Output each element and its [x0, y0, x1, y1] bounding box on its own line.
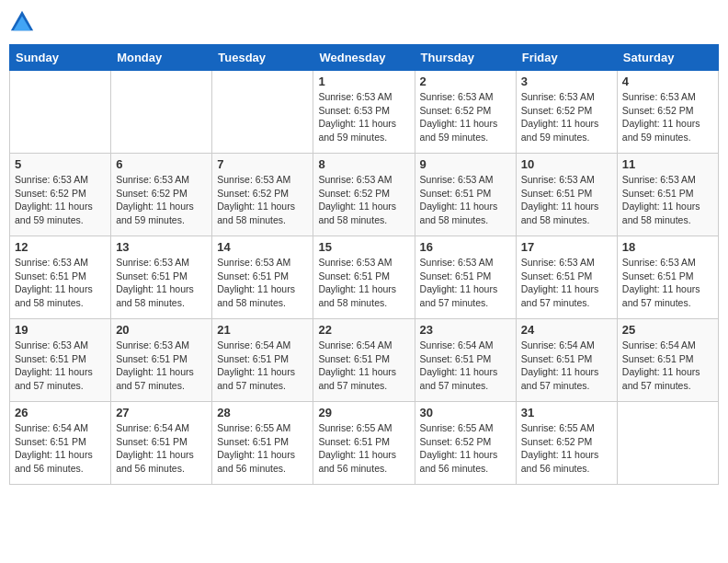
calendar-table: SundayMondayTuesdayWednesdayThursdayFrid…	[9, 44, 719, 485]
day-number: 12	[15, 240, 106, 254]
day-number: 11	[622, 157, 713, 171]
day-info: Sunrise: 6:53 AM Sunset: 6:51 PM Dayligh…	[116, 339, 207, 393]
calendar-cell: 13Sunrise: 6:53 AM Sunset: 6:51 PM Dayli…	[111, 236, 212, 319]
calendar-cell: 9Sunrise: 6:53 AM Sunset: 6:51 PM Daylig…	[415, 154, 516, 236]
day-info: Sunrise: 6:53 AM Sunset: 6:51 PM Dayligh…	[217, 256, 308, 310]
day-number: 9	[420, 157, 511, 171]
day-header-wednesday: Wednesday	[313, 45, 415, 71]
page-header	[9, 9, 719, 35]
calendar-cell: 11Sunrise: 6:53 AM Sunset: 6:51 PM Dayli…	[617, 154, 718, 236]
day-number: 21	[217, 323, 308, 337]
logo-icon	[9, 9, 35, 35]
calendar-cell: 5Sunrise: 6:53 AM Sunset: 6:52 PM Daylig…	[10, 154, 111, 236]
day-info: Sunrise: 6:54 AM Sunset: 6:51 PM Dayligh…	[622, 339, 713, 393]
day-info: Sunrise: 6:53 AM Sunset: 6:51 PM Dayligh…	[318, 256, 409, 310]
day-info: Sunrise: 6:53 AM Sunset: 6:51 PM Dayligh…	[420, 173, 511, 227]
day-number: 4	[622, 75, 713, 88]
day-info: Sunrise: 6:53 AM Sunset: 6:52 PM Dayligh…	[420, 90, 511, 144]
day-header-sunday: Sunday	[10, 45, 111, 71]
week-row-3: 12Sunrise: 6:53 AM Sunset: 6:51 PM Dayli…	[10, 236, 719, 319]
calendar-cell: 19Sunrise: 6:53 AM Sunset: 6:51 PM Dayli…	[10, 319, 111, 402]
day-header-saturday: Saturday	[617, 45, 718, 71]
day-number: 17	[521, 240, 612, 254]
day-info: Sunrise: 6:54 AM Sunset: 6:51 PM Dayligh…	[521, 339, 612, 393]
calendar-cell: 12Sunrise: 6:53 AM Sunset: 6:51 PM Dayli…	[10, 236, 111, 319]
calendar-cell	[617, 402, 718, 485]
calendar-cell: 1Sunrise: 6:53 AM Sunset: 6:53 PM Daylig…	[313, 71, 415, 154]
calendar-cell: 15Sunrise: 6:53 AM Sunset: 6:51 PM Dayli…	[313, 236, 415, 319]
day-info: Sunrise: 6:53 AM Sunset: 6:52 PM Dayligh…	[318, 173, 409, 227]
day-header-tuesday: Tuesday	[212, 45, 313, 71]
calendar-cell	[10, 71, 111, 154]
day-number: 19	[15, 323, 106, 337]
day-info: Sunrise: 6:53 AM Sunset: 6:51 PM Dayligh…	[622, 173, 713, 227]
day-number: 5	[15, 157, 106, 171]
week-row-2: 5Sunrise: 6:53 AM Sunset: 6:52 PM Daylig…	[10, 154, 719, 236]
calendar-cell: 21Sunrise: 6:54 AM Sunset: 6:51 PM Dayli…	[212, 319, 313, 402]
day-number: 1	[318, 75, 409, 88]
day-info: Sunrise: 6:53 AM Sunset: 6:51 PM Dayligh…	[116, 256, 207, 310]
day-info: Sunrise: 6:55 AM Sunset: 6:51 PM Dayligh…	[318, 421, 409, 476]
day-info: Sunrise: 6:53 AM Sunset: 6:52 PM Dayligh…	[15, 173, 106, 227]
day-info: Sunrise: 6:53 AM Sunset: 6:51 PM Dayligh…	[420, 256, 511, 310]
day-number: 30	[420, 406, 511, 419]
day-info: Sunrise: 6:53 AM Sunset: 6:52 PM Dayligh…	[622, 90, 713, 144]
day-number: 29	[318, 406, 409, 419]
day-info: Sunrise: 6:53 AM Sunset: 6:51 PM Dayligh…	[521, 173, 612, 227]
day-number: 13	[116, 240, 207, 254]
calendar-cell: 14Sunrise: 6:53 AM Sunset: 6:51 PM Dayli…	[212, 236, 313, 319]
day-header-monday: Monday	[111, 45, 212, 71]
week-row-1: 1Sunrise: 6:53 AM Sunset: 6:53 PM Daylig…	[10, 71, 719, 154]
day-header-thursday: Thursday	[415, 45, 516, 71]
calendar-cell	[111, 71, 212, 154]
calendar-cell: 10Sunrise: 6:53 AM Sunset: 6:51 PM Dayli…	[516, 154, 617, 236]
calendar-cell	[212, 71, 313, 154]
day-info: Sunrise: 6:53 AM Sunset: 6:52 PM Dayligh…	[521, 90, 612, 144]
day-info: Sunrise: 6:55 AM Sunset: 6:51 PM Dayligh…	[217, 421, 308, 476]
day-number: 24	[521, 323, 612, 337]
day-number: 31	[521, 406, 612, 419]
calendar-cell: 24Sunrise: 6:54 AM Sunset: 6:51 PM Dayli…	[516, 319, 617, 402]
calendar-cell: 3Sunrise: 6:53 AM Sunset: 6:52 PM Daylig…	[516, 71, 617, 154]
day-number: 23	[420, 323, 511, 337]
day-number: 18	[622, 240, 713, 254]
calendar-cell: 27Sunrise: 6:54 AM Sunset: 6:51 PM Dayli…	[111, 402, 212, 485]
day-number: 28	[217, 406, 308, 419]
day-info: Sunrise: 6:53 AM Sunset: 6:53 PM Dayligh…	[318, 90, 409, 144]
logo	[9, 9, 39, 35]
calendar-cell: 2Sunrise: 6:53 AM Sunset: 6:52 PM Daylig…	[415, 71, 516, 154]
day-number: 7	[217, 157, 308, 171]
calendar-cell: 26Sunrise: 6:54 AM Sunset: 6:51 PM Dayli…	[10, 402, 111, 485]
day-number: 26	[15, 406, 106, 419]
calendar-cell: 22Sunrise: 6:54 AM Sunset: 6:51 PM Dayli…	[313, 319, 415, 402]
day-number: 8	[318, 157, 409, 171]
day-info: Sunrise: 6:55 AM Sunset: 6:52 PM Dayligh…	[521, 421, 612, 476]
day-info: Sunrise: 6:55 AM Sunset: 6:52 PM Dayligh…	[420, 421, 511, 476]
calendar-cell: 4Sunrise: 6:53 AM Sunset: 6:52 PM Daylig…	[617, 71, 718, 154]
day-info: Sunrise: 6:54 AM Sunset: 6:51 PM Dayligh…	[116, 421, 207, 476]
day-number: 25	[622, 323, 713, 337]
calendar-cell: 17Sunrise: 6:53 AM Sunset: 6:51 PM Dayli…	[516, 236, 617, 319]
calendar-cell: 23Sunrise: 6:54 AM Sunset: 6:51 PM Dayli…	[415, 319, 516, 402]
days-header-row: SundayMondayTuesdayWednesdayThursdayFrid…	[10, 45, 719, 71]
calendar-cell: 25Sunrise: 6:54 AM Sunset: 6:51 PM Dayli…	[617, 319, 718, 402]
day-info: Sunrise: 6:53 AM Sunset: 6:51 PM Dayligh…	[521, 256, 612, 310]
day-number: 27	[116, 406, 207, 419]
day-info: Sunrise: 6:54 AM Sunset: 6:51 PM Dayligh…	[15, 421, 106, 476]
day-info: Sunrise: 6:53 AM Sunset: 6:51 PM Dayligh…	[15, 256, 106, 310]
calendar-cell: 6Sunrise: 6:53 AM Sunset: 6:52 PM Daylig…	[111, 154, 212, 236]
calendar-cell: 28Sunrise: 6:55 AM Sunset: 6:51 PM Dayli…	[212, 402, 313, 485]
day-number: 22	[318, 323, 409, 337]
calendar-cell: 18Sunrise: 6:53 AM Sunset: 6:51 PM Dayli…	[617, 236, 718, 319]
calendar-cell: 29Sunrise: 6:55 AM Sunset: 6:51 PM Dayli…	[313, 402, 415, 485]
day-number: 6	[116, 157, 207, 171]
day-number: 14	[217, 240, 308, 254]
day-header-friday: Friday	[516, 45, 617, 71]
day-number: 15	[318, 240, 409, 254]
day-number: 2	[420, 75, 511, 88]
week-row-4: 19Sunrise: 6:53 AM Sunset: 6:51 PM Dayli…	[10, 319, 719, 402]
day-info: Sunrise: 6:54 AM Sunset: 6:51 PM Dayligh…	[217, 339, 308, 393]
calendar-cell: 30Sunrise: 6:55 AM Sunset: 6:52 PM Dayli…	[415, 402, 516, 485]
day-number: 16	[420, 240, 511, 254]
day-info: Sunrise: 6:53 AM Sunset: 6:52 PM Dayligh…	[116, 173, 207, 227]
